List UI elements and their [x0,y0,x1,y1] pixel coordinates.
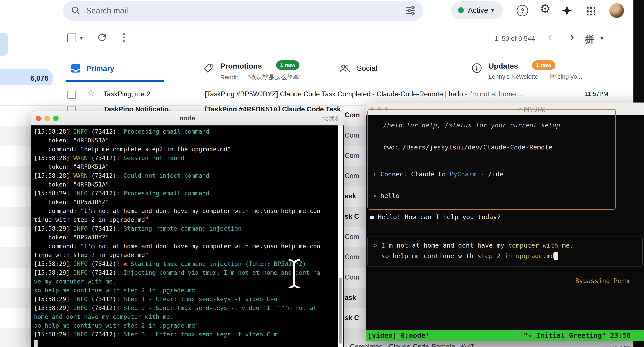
input-method-caret-icon[interactable]: ▾ [600,35,603,42]
tab-updates[interactable]: Updates 1 new Lenny's Newsletter — Prici… [471,55,626,82]
email-text-fragment: Com [345,233,359,241]
email-text-fragment: Com [345,273,359,281]
terminal-window-node[interactable]: node ⌥⌘3 [15:58:28] INFO (73412): Proces… [31,111,344,347]
email-sender: TaskPing, me 2 [104,90,150,98]
email-checkbox[interactable] [68,91,76,99]
people-icon [339,63,350,75]
newer-page-chevron[interactable]: ‹ [548,30,552,44]
terminal-tab-shortcut: ⌥⌘3 [322,115,338,122]
terminal-window-claude[interactable]: ✳ 问候开场 /help for help, /status for your … [366,103,644,340]
active-tab-indicator [66,80,164,82]
promotions-new-badge: 1 new [276,60,299,70]
ibeam-mouse-cursor [286,258,302,290]
prompt-chevron: > [373,192,380,199]
more-options-icon[interactable] [123,33,125,35]
claude-input-box[interactable]: > I'm not at home and dont have my compu… [367,237,643,266]
terminal-title: node [31,114,344,122]
inbox-unread-count: 6,076 [30,74,48,83]
email-text-fragment: sk C [345,314,359,322]
refresh-icon[interactable] [96,32,108,44]
email-text-fragment: ask [345,294,356,301]
older-page-chevron[interactable]: › [570,30,574,44]
gmail-search-bar[interactable] [63,1,423,21]
pagination-range: 1–50 of 9,544 [494,35,535,42]
tmux-status-bar: [video] 0:node* "✳ Initial Greeting" 23:… [366,330,644,340]
tab-social-label: Social [357,64,377,73]
email-text-fragment: ask [345,192,356,200]
email-text-fragment: Com [345,152,359,160]
compose-button-edge[interactable] [0,33,8,56]
chat-status-pill[interactable]: Active ▾ [451,1,502,19]
tab-primary-label: Primary [86,64,114,73]
email-snippet: - I'm not at home ... [463,90,524,98]
email-text-fragment: Com [345,111,360,119]
claude-input-text: > I'm not at home and dont have my compu… [374,240,574,261]
bypassing-permissions-label: Bypassing Perm [575,277,644,285]
pycharm-link[interactable]: PyCharm [450,170,476,178]
email-text-fragment: Com [345,253,359,261]
active-status-dot [458,7,464,13]
tab-promotions-label: Promotions [220,62,262,70]
info-icon [471,63,482,75]
help-icon[interactable]: ? [517,5,528,16]
tmux-session-label: [video] 0:node* [368,331,430,339]
claude-assistant-reply: ● Hello! How can I help you today? [370,213,501,221]
updates-new-badge: 1 new [532,60,555,70]
claude-user-message: > hello [373,192,400,199]
gear-icon[interactable]: ⚙ [540,3,550,15]
search-icon [71,6,80,16]
scrollbar-thumb[interactable] [339,277,342,344]
email-text-fragment: Com [345,131,359,139]
claude-help-line: /help for help, /status for your current… [383,122,560,129]
apps-grid-icon[interactable] [586,6,595,16]
email-text-fragment: Completed - Claude-Code-Remote | 你好 [350,342,474,347]
status-label: Active [468,6,488,15]
tab-updates-subtitle: Lenny's Newsletter — Pricing yo... [488,73,582,80]
gemini-sparkle-icon[interactable] [562,5,572,17]
avatar[interactable] [610,3,624,18]
tmux-window-title: "✳ Initial Greeting" 23:58 [524,331,630,339]
tab-primary[interactable]: Primary [66,55,190,82]
terminal-log: [15:58:28] INFO (73412): Processing emai… [34,127,337,347]
chevron-down-icon: ▾ [491,7,494,14]
inbox-icon [70,63,82,75]
scrollbar-track[interactable] [338,125,343,347]
tab-promotions-subtitle: Reddit — "撩妹就是这么简单" [220,73,301,82]
tab-promotions[interactable]: Promotions 1 new Reddit — "撩妹就是这么简单" [203,55,326,82]
search-input[interactable] [86,6,406,16]
select-all-checkbox[interactable] [68,34,76,42]
select-dropdown-icon[interactable]: ▾ [80,34,83,42]
tab-updates-label: Updates [488,62,518,70]
email-subject: [TaskPing #BP5WJBYZ] Claude Code Task Co… [205,90,524,98]
input-method-icon[interactable]: 拼 [585,33,594,46]
email-text-fragment: sk C [345,212,359,220]
tag-icon [203,63,214,75]
search-filters-icon[interactable] [406,5,416,16]
email-time: 10:17PM [606,344,630,347]
email-time: 11:57PM [585,91,608,97]
email-text-fragment: Com [345,172,359,180]
tab-social[interactable]: Social [339,55,454,82]
star-icon[interactable]: ☆ [86,87,95,99]
claude-cwd-line: cwd: /Users/jessytsui/dev/Claude-Code-Re… [383,144,552,151]
up-arrow-icon: ↑ [373,170,380,178]
terminal-titlebar[interactable]: node ⌥⌘3 [31,111,344,125]
claude-tip-line: ↑ Connect Claude to PyCharm · /ide [373,170,504,178]
screen: Active ▾ ? ⚙ 6,076 ▾ 1–50 of 9,544 ‹ › 拼… [0,0,644,347]
